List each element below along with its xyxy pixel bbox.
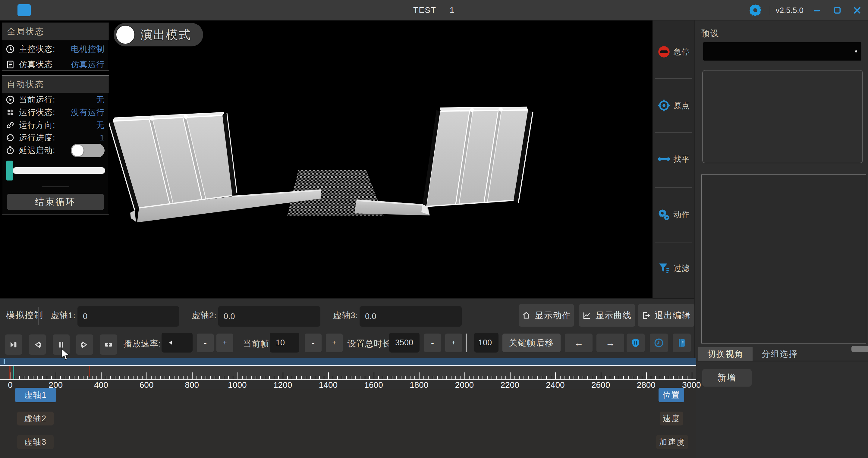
ruler-tick-label: 2600 (591, 380, 610, 390)
ruler-minor-tick (65, 377, 65, 379)
ruler-minor-tick (274, 377, 274, 379)
preset-detail-box[interactable] (701, 174, 866, 344)
rate-cursor-icon (167, 339, 174, 346)
ruler-minor-tick (301, 377, 302, 379)
track-axis1-button[interactable]: 虚轴1 (15, 388, 56, 402)
show-curves-button[interactable]: 显示曲线 (579, 304, 635, 327)
status-row-state: 运行状态: 没有运行 (2, 106, 109, 119)
move-left-button[interactable]: ← (565, 333, 592, 352)
status-label: 仿真状态 (19, 59, 53, 70)
gear-icon[interactable] (749, 4, 762, 17)
ruler-tick-label: 3000 (682, 380, 701, 390)
ruler-minor-tick (451, 377, 452, 379)
track-axis3-button[interactable]: 虚轴3 (17, 435, 54, 449)
axis1-input[interactable]: 0 (78, 306, 179, 327)
shift-keyframes-button[interactable]: 关键帧后移 (502, 333, 561, 352)
preset-select[interactable] (703, 42, 861, 61)
ruler-major-tick (374, 372, 374, 379)
exit-edit-button[interactable]: 退出编辑 (638, 304, 694, 327)
keyframe-marker[interactable] (89, 366, 90, 377)
keyframe-marker[interactable] (9, 366, 10, 379)
ruler-minor-tick (355, 377, 356, 379)
status-row-progress: 运行进度: 1 (2, 132, 109, 144)
ruler-minor-tick (337, 377, 338, 379)
ruler-minor-tick (156, 377, 156, 379)
rate-minus-button[interactable]: - (197, 333, 214, 352)
ruler-minor-tick (265, 377, 265, 379)
status-row-sim: 仿真状态 仿真运行 (2, 58, 109, 71)
timeline-range-band[interactable] (0, 358, 696, 365)
frame-plus-button[interactable]: + (326, 333, 343, 352)
rate-plus-button[interactable]: + (216, 333, 233, 352)
offset-input[interactable]: 100 (474, 333, 498, 353)
playhead-line[interactable] (13, 366, 14, 379)
origin-button[interactable]: 原点 (652, 93, 694, 118)
timeline-ticks[interactable] (0, 366, 696, 380)
duration-plus-button[interactable]: + (445, 333, 462, 352)
axis3-input[interactable]: 0.0 (360, 306, 462, 327)
preset-list-box[interactable] (702, 70, 863, 163)
timeline-lanes[interactable]: 虚轴1 虚轴2 虚轴3 位置 速度 加速度 (0, 389, 696, 458)
ruler-minor-tick (396, 377, 397, 379)
ruler-minor-tick (632, 377, 633, 379)
tab-switch-view[interactable]: 切换视角 (698, 347, 752, 361)
add-button[interactable]: 新增 (702, 369, 752, 387)
play-forward-button[interactable] (76, 334, 93, 355)
ruler-tick-label: 1800 (410, 380, 428, 390)
loop-end-button[interactable] (100, 334, 117, 355)
maximize-icon[interactable] (831, 4, 843, 16)
end-loop-button[interactable]: 结束循环 (7, 194, 104, 210)
ruler-minor-tick (578, 377, 579, 379)
ruler-minor-tick (79, 377, 79, 379)
shield-pause-button[interactable] (627, 333, 645, 352)
journal-button[interactable] (673, 333, 691, 352)
ruler-minor-tick (660, 377, 660, 379)
minimize-icon[interactable] (811, 4, 824, 16)
scrollbar-chip[interactable] (851, 346, 868, 352)
channel-position-button[interactable]: 位置 (658, 388, 684, 402)
ruler-minor-tick (206, 377, 206, 379)
duration-input[interactable]: 3500 (389, 333, 420, 353)
title-text: TEST (413, 6, 436, 15)
ruler-minor-tick (128, 377, 129, 379)
progress-slider[interactable] (2, 161, 109, 182)
actions-button[interactable]: 动作 (652, 202, 694, 227)
preset-panel: 预设 切换视角 分组选择 新增 (694, 21, 868, 458)
performance-mode-pill[interactable]: 演出模式 (114, 23, 203, 46)
ruler-minor-tick (405, 377, 406, 379)
filter-button[interactable]: 过滤 (652, 256, 694, 280)
application-window: TEST 1 v2.5.5.0 (0, 0, 868, 458)
history-button[interactable] (650, 333, 668, 352)
frame-minus-button[interactable]: - (305, 333, 321, 352)
channel-acceleration-button[interactable]: 加速度 (656, 435, 688, 449)
scene-viewport[interactable]: 演出模式 全局状态 主控状态: 电机控制 仿真状态 仿真运行 自动状态 (0, 21, 652, 298)
mode-toggle-knob[interactable] (116, 25, 135, 44)
divider (466, 333, 467, 352)
frame-input[interactable]: 10 (270, 333, 299, 353)
ruler-minor-tick (560, 377, 561, 379)
timeline-ruler-area[interactable]: 0200400600800100012001400160018002000220… (0, 358, 696, 458)
emergency-stop-button[interactable]: 急停 (652, 40, 694, 64)
show-actions-button[interactable]: 显示动作 (519, 304, 574, 327)
ruler-minor-tick (437, 377, 438, 379)
ruler-minor-tick (296, 377, 297, 379)
axis2-input[interactable]: 0.0 (218, 306, 320, 327)
ruler-minor-tick (532, 377, 533, 379)
ruler-major-tick (147, 372, 147, 379)
close-icon[interactable] (851, 4, 863, 16)
ruler-major-tick (283, 372, 283, 379)
play-backward-button[interactable] (29, 334, 46, 355)
rate-input[interactable] (161, 333, 193, 353)
duration-minus-button[interactable]: - (424, 333, 441, 352)
track-axis2-button[interactable]: 虚轴2 (17, 412, 54, 425)
level-button[interactable]: 找平 (652, 147, 694, 171)
skip-start-button[interactable] (5, 334, 22, 355)
slider-track[interactable] (13, 167, 105, 174)
ruler-minor-tick (351, 377, 351, 379)
slider-handle[interactable] (6, 161, 13, 181)
channel-velocity-button[interactable]: 速度 (660, 412, 683, 425)
delay-start-toggle[interactable] (71, 144, 104, 157)
ruler-minor-tick (414, 377, 415, 379)
move-right-button[interactable]: → (596, 333, 624, 352)
tab-group-select[interactable]: 分组选择 (752, 347, 807, 361)
